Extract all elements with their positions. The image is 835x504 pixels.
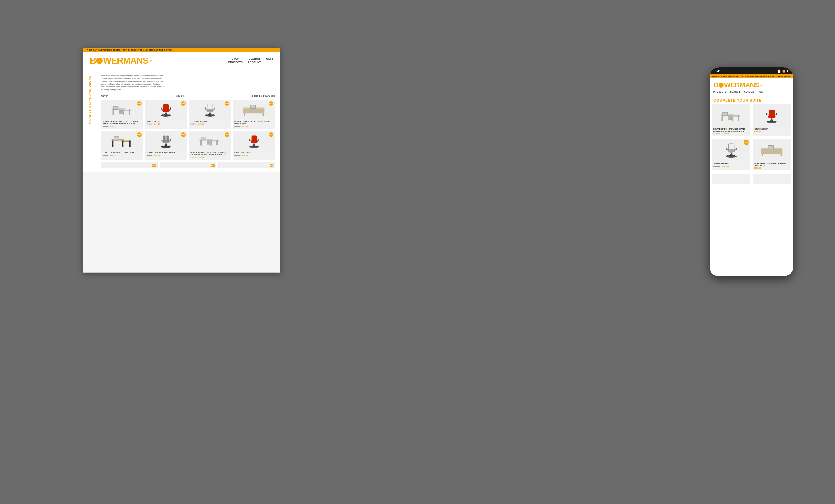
product-card-1[interactable]: SALE bbox=[101, 100, 143, 129]
phone-product-info-2: ICON TASK CHAIR $195.00 bbox=[753, 127, 791, 134]
svg-rect-47 bbox=[250, 105, 256, 108]
svg-rect-101 bbox=[722, 115, 728, 116]
original-price-1: $350.00 bbox=[103, 125, 108, 127]
product-name-1: NOVARE RONDO – SIT-STAND L-SHAPED EXECUT… bbox=[103, 121, 142, 125]
nav-shop-projects[interactable]: SHOP PROJECTS bbox=[228, 58, 243, 64]
svg-rect-52 bbox=[122, 141, 123, 147]
phone-product-card-2[interactable]: ICON TASK CHAIR $195.00 bbox=[753, 104, 791, 136]
phone-sale-price-1: $195.00 bbox=[721, 133, 729, 135]
product-image-2 bbox=[145, 100, 187, 119]
logo-o bbox=[96, 58, 103, 64]
sort-by-label[interactable]: SORT BY: FEATURED bbox=[252, 95, 275, 97]
desktop-nav: SHOP PROJECTS SEARCH ACCOUNT CART bbox=[228, 58, 273, 64]
sale-price-3: $195.00 bbox=[198, 123, 204, 125]
phone-product-name-4: NOVARE RONDO – SIT-STAND STRAIGHT OFFICE… bbox=[754, 162, 789, 167]
svg-rect-73 bbox=[200, 140, 202, 145]
phone-product-price-3: $245.00 $195.00 bbox=[713, 165, 749, 167]
svg-rect-96 bbox=[732, 117, 733, 121]
svg-rect-3 bbox=[123, 111, 124, 115]
phone-original-price-1: $395.00 bbox=[713, 133, 720, 135]
phone-logo: BWERMANSTM bbox=[713, 81, 789, 89]
phone-product-image-4 bbox=[753, 139, 791, 161]
svg-rect-90 bbox=[249, 139, 250, 141]
product-info-5: LOOP – L-SHAPED EXECUTIVE DESK $240.00 $… bbox=[101, 150, 143, 158]
phone-product-image-1 bbox=[712, 104, 750, 127]
product-price-3: $300.00 $195.00 bbox=[191, 123, 230, 125]
product-info-1: NOVARE RONDO – SIT-STAND L-SHAPED EXECUT… bbox=[101, 119, 143, 129]
sale-badge-6: SALE bbox=[181, 132, 186, 137]
desktop-announcement-bar: VISIT OUR CLEARANCE SECTION FOR DISCOUNT… bbox=[83, 48, 280, 52]
phone-nav-account[interactable]: ACCOUNT bbox=[744, 91, 756, 93]
phone-product-price-1: $395.00 $195.00 bbox=[713, 133, 749, 135]
product-card-7[interactable]: SALE bbox=[189, 131, 231, 160]
phone-product-price-2: $195.00 bbox=[754, 131, 789, 133]
product-card-10[interactable]: SALE bbox=[160, 162, 216, 168]
phone-product-card-4[interactable]: NOVARE RONDO – SIT-STAND STRAIGHT OFFICE… bbox=[753, 139, 791, 170]
product-name-7: NOVARE RONDO – SIT-STAND L-SHAPED EXECUT… bbox=[191, 152, 230, 156]
desk-svg-7 bbox=[198, 132, 222, 149]
sale-price-8: $200.00 bbox=[242, 154, 248, 156]
product-price-2: $300.00 $190.00 bbox=[147, 123, 186, 125]
phone-sale-price-2: $195.00 bbox=[754, 131, 761, 133]
svg-rect-97 bbox=[738, 115, 739, 121]
phone-original-price-3: $245.00 bbox=[713, 165, 720, 167]
red-chair-svg-1 bbox=[159, 101, 173, 118]
product-card-8[interactable]: SALE bbox=[233, 131, 275, 160]
svg-rect-98 bbox=[728, 115, 732, 120]
phone-nav-cart[interactable]: CART bbox=[759, 91, 766, 93]
product-card-5[interactable]: SALE bbox=[101, 131, 143, 160]
phone-product-card-3[interactable]: SALE bbox=[712, 139, 750, 170]
filter-label[interactable]: FILTER bbox=[101, 95, 109, 97]
phone-product-card-6[interactable] bbox=[753, 174, 791, 184]
desktop-products-grid: SALE bbox=[101, 100, 275, 160]
phone-screen: 9:41 ▐▌ 📶 ▮ VISIT OUR CLEARANCE SECTION … bbox=[710, 67, 793, 276]
sale-badge-9: SALE bbox=[152, 164, 156, 167]
sale-price-2: $190.00 bbox=[154, 123, 160, 125]
sale-badge-8: SALE bbox=[269, 132, 273, 137]
product-image-8 bbox=[233, 131, 275, 150]
phone-desk-svg-1 bbox=[719, 108, 743, 123]
product-card-4[interactable]: SALE bbox=[233, 100, 275, 129]
mobile-phone: 9:41 ▐▌ 📶 ▮ VISIT OUR CLEARANCE SECTION … bbox=[710, 67, 793, 276]
nav-cart[interactable]: CART bbox=[266, 58, 273, 61]
phone-products-row3 bbox=[710, 172, 793, 186]
sale-price-7: $350.00 bbox=[198, 156, 204, 159]
svg-rect-10 bbox=[113, 110, 118, 110]
product-card-2[interactable]: SALE bbox=[145, 100, 187, 129]
l-desk-svg bbox=[110, 132, 134, 149]
svg-rect-21 bbox=[161, 107, 162, 109]
phone-sale-price-3: $195.00 bbox=[721, 165, 729, 167]
phone-nav-search[interactable]: SEARCH bbox=[730, 91, 740, 93]
nav-search-account[interactable]: SEARCH ACCOUNT bbox=[248, 58, 261, 64]
original-price-3: $300.00 bbox=[191, 123, 197, 125]
sale-badge-3: SALE bbox=[225, 101, 229, 106]
product-card-3[interactable]: SALE bbox=[189, 100, 231, 129]
original-price-2: $300.00 bbox=[147, 123, 152, 125]
phone-nav: PRODUCTS SEARCH ACCOUNT CART bbox=[713, 91, 789, 93]
sale-badge-2: SALE bbox=[181, 101, 186, 106]
phone-product-card-1[interactable]: NOVARE RONDO – SIT-STAND L-SHAPED EXECUT… bbox=[712, 104, 750, 136]
product-info-2: ICON TASK CHAIR $300.00 $190.00 bbox=[145, 119, 187, 127]
product-price-4: $200.00 $195.00 bbox=[235, 125, 273, 127]
sale-price-4: $195.00 bbox=[242, 125, 248, 127]
product-price-5: $240.00 $590.00 bbox=[103, 154, 142, 156]
sale-badge-10: SALE bbox=[211, 164, 215, 167]
svg-rect-6 bbox=[119, 110, 122, 111]
duo-chair-svg bbox=[159, 132, 173, 149]
original-price-6: $200.00 bbox=[147, 154, 152, 156]
sale-badge-11: SALE bbox=[269, 164, 273, 167]
product-price-7: $200.00 $350.00 bbox=[191, 156, 230, 159]
phone-product-card-5[interactable] bbox=[712, 174, 750, 184]
product-image-5 bbox=[101, 131, 143, 150]
phone-nav-products[interactable]: PRODUCTS bbox=[713, 91, 726, 93]
svg-rect-136 bbox=[780, 154, 781, 156]
sale-price-6: $590.00 bbox=[154, 154, 160, 156]
product-card-6[interactable]: SALE bbox=[145, 131, 187, 160]
product-card-11[interactable]: SALE bbox=[218, 162, 275, 168]
product-name-4: NOVARE RONDO – SIT-STAND STRAIGHT OFFICE… bbox=[235, 121, 273, 125]
product-name-6: XENIUM DUO-BACK TASK CHAIR bbox=[147, 152, 186, 154]
product-card-9[interactable]: SALE bbox=[101, 162, 158, 168]
product-image-7 bbox=[189, 131, 231, 150]
phone-announcement: VISIT OUR CLEARANCE SECTION FOR DISCOUNT… bbox=[710, 74, 793, 79]
desktop-main-content: Bowermans has a wide selection of office… bbox=[96, 69, 280, 172]
